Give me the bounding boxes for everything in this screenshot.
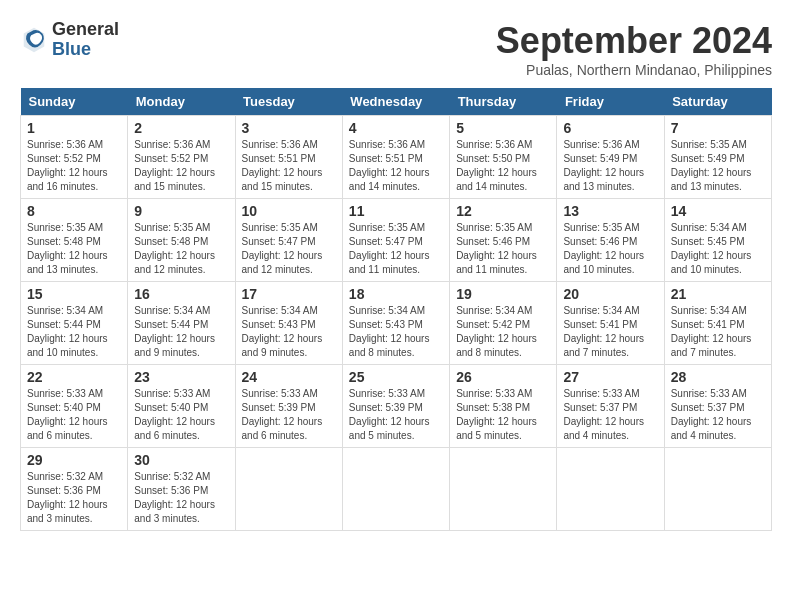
- week-row-1: 1 Sunrise: 5:36 AMSunset: 5:52 PMDayligh…: [21, 116, 772, 199]
- day-19: 19 Sunrise: 5:34 AMSunset: 5:42 PMDaylig…: [450, 282, 557, 365]
- day-13: 13 Sunrise: 5:35 AMSunset: 5:46 PMDaylig…: [557, 199, 664, 282]
- logo: General Blue: [20, 20, 119, 60]
- day-29: 29 Sunrise: 5:32 AMSunset: 5:36 PMDaylig…: [21, 448, 128, 531]
- day-16: 16 Sunrise: 5:34 AMSunset: 5:44 PMDaylig…: [128, 282, 235, 365]
- day-27: 27 Sunrise: 5:33 AMSunset: 5:37 PMDaylig…: [557, 365, 664, 448]
- week-row-4: 22 Sunrise: 5:33 AMSunset: 5:40 PMDaylig…: [21, 365, 772, 448]
- header-thursday: Thursday: [450, 88, 557, 116]
- empty-cell-1: [235, 448, 342, 531]
- day-28: 28 Sunrise: 5:33 AMSunset: 5:37 PMDaylig…: [664, 365, 771, 448]
- page-header: General Blue September 2024 Pualas, Nort…: [20, 20, 772, 78]
- header-sunday: Sunday: [21, 88, 128, 116]
- day-15: 15 Sunrise: 5:34 AMSunset: 5:44 PMDaylig…: [21, 282, 128, 365]
- day-30: 30 Sunrise: 5:32 AMSunset: 5:36 PMDaylig…: [128, 448, 235, 531]
- empty-cell-4: [557, 448, 664, 531]
- day-20: 20 Sunrise: 5:34 AMSunset: 5:41 PMDaylig…: [557, 282, 664, 365]
- header-friday: Friday: [557, 88, 664, 116]
- title-section: September 2024 Pualas, Northern Mindanao…: [496, 20, 772, 78]
- day-24: 24 Sunrise: 5:33 AMSunset: 5:39 PMDaylig…: [235, 365, 342, 448]
- day-1: 1 Sunrise: 5:36 AMSunset: 5:52 PMDayligh…: [21, 116, 128, 199]
- day-17: 17 Sunrise: 5:34 AMSunset: 5:43 PMDaylig…: [235, 282, 342, 365]
- day-21: 21 Sunrise: 5:34 AMSunset: 5:41 PMDaylig…: [664, 282, 771, 365]
- logo-general: General: [52, 19, 119, 39]
- day-8: 8 Sunrise: 5:35 AMSunset: 5:48 PMDayligh…: [21, 199, 128, 282]
- empty-cell-5: [664, 448, 771, 531]
- week-row-3: 15 Sunrise: 5:34 AMSunset: 5:44 PMDaylig…: [21, 282, 772, 365]
- week-row-5: 29 Sunrise: 5:32 AMSunset: 5:36 PMDaylig…: [21, 448, 772, 531]
- logo-icon: [20, 26, 48, 54]
- header-monday: Monday: [128, 88, 235, 116]
- day-23: 23 Sunrise: 5:33 AMSunset: 5:40 PMDaylig…: [128, 365, 235, 448]
- day-22: 22 Sunrise: 5:33 AMSunset: 5:40 PMDaylig…: [21, 365, 128, 448]
- calendar-header-row: Sunday Monday Tuesday Wednesday Thursday…: [21, 88, 772, 116]
- month-title: September 2024: [496, 20, 772, 62]
- day-7: 7 Sunrise: 5:35 AMSunset: 5:49 PMDayligh…: [664, 116, 771, 199]
- empty-cell-2: [342, 448, 449, 531]
- logo-blue: Blue: [52, 39, 91, 59]
- day-25: 25 Sunrise: 5:33 AMSunset: 5:39 PMDaylig…: [342, 365, 449, 448]
- day-2: 2 Sunrise: 5:36 AMSunset: 5:52 PMDayligh…: [128, 116, 235, 199]
- day-6: 6 Sunrise: 5:36 AMSunset: 5:49 PMDayligh…: [557, 116, 664, 199]
- empty-cell-3: [450, 448, 557, 531]
- day-18: 18 Sunrise: 5:34 AMSunset: 5:43 PMDaylig…: [342, 282, 449, 365]
- day-10: 10 Sunrise: 5:35 AMSunset: 5:47 PMDaylig…: [235, 199, 342, 282]
- header-wednesday: Wednesday: [342, 88, 449, 116]
- day-14: 14 Sunrise: 5:34 AMSunset: 5:45 PMDaylig…: [664, 199, 771, 282]
- location: Pualas, Northern Mindanao, Philippines: [496, 62, 772, 78]
- day-4: 4 Sunrise: 5:36 AMSunset: 5:51 PMDayligh…: [342, 116, 449, 199]
- day-5: 5 Sunrise: 5:36 AMSunset: 5:50 PMDayligh…: [450, 116, 557, 199]
- header-saturday: Saturday: [664, 88, 771, 116]
- logo-text: General Blue: [52, 20, 119, 60]
- day-26: 26 Sunrise: 5:33 AMSunset: 5:38 PMDaylig…: [450, 365, 557, 448]
- day-11: 11 Sunrise: 5:35 AMSunset: 5:47 PMDaylig…: [342, 199, 449, 282]
- week-row-2: 8 Sunrise: 5:35 AMSunset: 5:48 PMDayligh…: [21, 199, 772, 282]
- day-3: 3 Sunrise: 5:36 AMSunset: 5:51 PMDayligh…: [235, 116, 342, 199]
- calendar: Sunday Monday Tuesday Wednesday Thursday…: [20, 88, 772, 531]
- day-12: 12 Sunrise: 5:35 AMSunset: 5:46 PMDaylig…: [450, 199, 557, 282]
- day-9: 9 Sunrise: 5:35 AMSunset: 5:48 PMDayligh…: [128, 199, 235, 282]
- header-tuesday: Tuesday: [235, 88, 342, 116]
